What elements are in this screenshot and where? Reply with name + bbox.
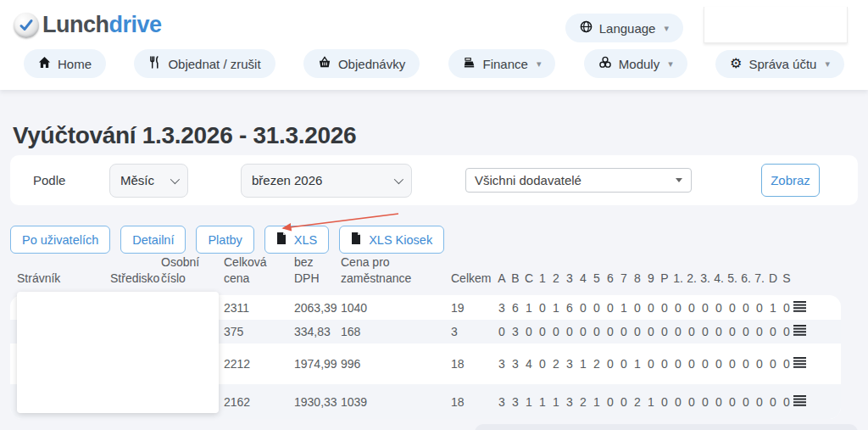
cell-celkem: 19 — [451, 295, 495, 320]
cell-count: 0 — [685, 343, 698, 384]
payments-button[interactable]: Platby — [196, 226, 253, 254]
cell-bez-dph: 334,83 — [294, 320, 341, 343]
column-header-6dot: 6. — [739, 254, 753, 293]
column-header-5: 5 — [590, 254, 604, 293]
cell-count: 0 — [671, 320, 685, 343]
row-detail-list-icon[interactable] — [793, 395, 806, 406]
nav-item-orders[interactable]: Objednávky — [303, 49, 420, 78]
column-header-stredisko: Středisko — [110, 254, 161, 293]
per-users-button[interactable]: Po uživatelích — [10, 226, 110, 254]
supplier-select[interactable]: Všichni dodavatelé — [465, 168, 692, 193]
check-circle-icon — [14, 13, 39, 38]
main-nav: Home Objednat / zrušit Objednávky Financ… — [0, 44, 868, 78]
cell-count: 2 — [549, 343, 563, 384]
row-detail-list-icon[interactable] — [793, 357, 806, 368]
cell-bez-dph: 2063,39 — [294, 295, 341, 320]
column-header-B: B — [509, 254, 522, 293]
cell-count: 0 — [590, 295, 604, 320]
cell-count: 6 — [563, 295, 576, 320]
nav-item-order-cancel[interactable]: Objednat / zrušit — [134, 49, 275, 78]
column-header-actions — [793, 254, 841, 293]
cell-count: 1 — [766, 295, 780, 320]
nav-item-label: Správa účtu — [748, 57, 816, 71]
cell-count: 0 — [604, 384, 617, 419]
cell-celkova-cena: 2162 — [224, 384, 294, 419]
cell-count: 0 — [780, 343, 793, 384]
row-detail-list-icon[interactable] — [793, 301, 806, 312]
xls-kiosk-button[interactable]: XLS Kiosek — [339, 226, 444, 254]
chevron-down-icon: ▾ — [668, 59, 673, 70]
cell-count: 0 — [576, 320, 590, 343]
cell-celkem: 18 — [451, 343, 495, 384]
cell-count: 0 — [685, 295, 698, 320]
cell-count: 0 — [780, 320, 793, 343]
filter-by-label: Podle — [22, 173, 109, 187]
export-actions: Po uživatelích Detailní Platby XLS XLS K… — [10, 226, 444, 254]
language-label: Language — [599, 21, 656, 36]
cell-count: 1 — [549, 295, 563, 320]
language-menu[interactable]: Language ▾ — [565, 14, 683, 42]
cell-count: 1 — [522, 295, 536, 320]
next-section-peek — [475, 424, 858, 430]
cell-count: 1 — [536, 384, 549, 419]
cell-count: 6 — [509, 295, 522, 320]
globe-icon — [580, 20, 593, 36]
redaction-overlay — [17, 292, 219, 413]
page-title: Vyúčtování 1.3.2026 - 31.3.2026 — [0, 90, 868, 149]
cell-count: 0 — [712, 295, 726, 320]
cell-count: 0 — [536, 320, 549, 343]
chevron-down-icon: ▾ — [825, 59, 830, 70]
column-header-8: 8 — [631, 254, 644, 293]
cell-count: 0 — [712, 384, 726, 419]
column-header-5dot: 5. — [726, 254, 739, 293]
column-header-A: A — [495, 254, 509, 293]
logo-text-primary: Lunch — [42, 12, 109, 37]
cell-count: 2 — [590, 343, 604, 384]
cell-count: 0 — [712, 343, 726, 384]
cell-count: 0 — [563, 320, 576, 343]
cell-count: 0 — [604, 295, 617, 320]
logo-text-secondary: drive — [109, 12, 162, 37]
xls-button[interactable]: XLS — [264, 226, 329, 254]
chevron-down-icon: ▾ — [664, 23, 669, 34]
logo-text: Lunchdrive — [42, 12, 162, 38]
cell-count: 0 — [685, 320, 698, 343]
table-header-row: Strávník Středisko Osobní číslo Celková … — [10, 254, 841, 293]
nav-item-label: Moduly — [619, 57, 659, 71]
user-account-box[interactable] — [704, 7, 848, 43]
cell-count: 0 — [644, 343, 658, 384]
utensils-icon — [148, 56, 161, 71]
detail-button[interactable]: Detailní — [120, 226, 186, 254]
app-logo[interactable]: Lunchdrive — [14, 12, 162, 38]
month-select[interactable]: březen 2026 — [241, 164, 412, 198]
filter-panel: Podle Měsíc březen 2026 Všichni dodavate… — [10, 155, 858, 205]
nav-item-finance[interactable]: Finance ▾ — [448, 49, 556, 78]
cell-actions — [793, 320, 841, 343]
column-header-S: S — [780, 254, 793, 293]
show-button[interactable]: Zobraz — [761, 164, 820, 197]
column-header-celkova-cena: Celková cena — [224, 254, 294, 293]
period-select[interactable]: Měsíc — [109, 164, 188, 198]
column-header-7: 7 — [617, 254, 631, 293]
nav-item-modules[interactable]: Moduly ▾ — [584, 49, 687, 78]
file-icon — [351, 232, 361, 247]
cell-count: 3 — [495, 295, 509, 320]
cell-count: 2 — [631, 384, 644, 419]
cell-count: 3 — [509, 384, 522, 419]
cell-count: 0 — [617, 343, 631, 384]
cell-bez-dph: 1974,99 — [294, 343, 341, 384]
cell-count: 0 — [766, 320, 780, 343]
cell-count: 1 — [617, 295, 631, 320]
cell-actions — [793, 384, 841, 419]
month-select-value: březen 2026 — [252, 173, 322, 187]
column-header-1: 1 — [536, 254, 549, 293]
cell-count: 0 — [522, 320, 536, 343]
column-header-7dot: 7. — [753, 254, 766, 293]
xls-button-label: XLS — [294, 233, 317, 247]
cell-cena-pro-zamestnance: 996 — [341, 343, 451, 384]
cell-count: 0 — [671, 295, 685, 320]
nav-item-account[interactable]: ⚙ Správa účtu ▾ — [715, 50, 844, 78]
row-detail-list-icon[interactable] — [793, 325, 806, 336]
cell-count: 0 — [658, 343, 671, 384]
nav-item-home[interactable]: Home — [24, 49, 106, 78]
